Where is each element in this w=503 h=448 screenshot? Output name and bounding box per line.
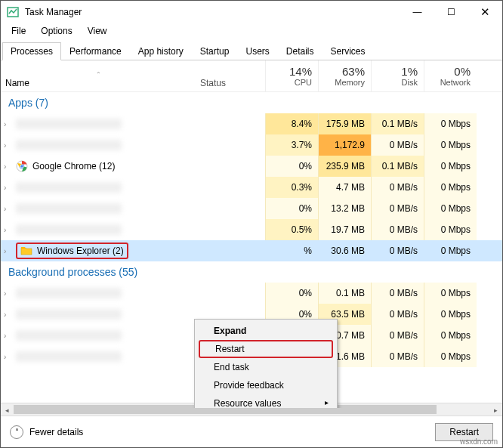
process-name-hidden [16,288,122,298]
disk-usage-pct: 1% [401,65,418,78]
expand-icon[interactable]: › [4,289,11,298]
disk-label: Disk [402,78,418,87]
network-cell: 0 Mbps [424,219,477,240]
memory-usage-pct: 63% [342,65,365,78]
network-cell: 0 Mbps [424,134,477,156]
cpu-cell: 0% [265,156,318,177]
menu-options[interactable]: Options [33,24,79,38]
table-row[interactable]: › 0.3% 4.7 MB 0 MB/s 0 Mbps [1,177,502,198]
tab-performance[interactable]: Performance [61,42,130,60]
col-name[interactable]: ⌃ Name [1,60,196,91]
disk-cell: 0 MB/s [371,304,424,325]
process-table: ⌃ Name Status 14% CPU 63% Memory 1% Disk… [1,60,502,408]
selected-process-highlight: Windows Explorer (2) [16,243,128,259]
network-cell: 0 Mbps [424,177,477,198]
table-row[interactable]: › 0% 0.1 MB 0 MB/s 0 Mbps [1,283,502,304]
cpu-label: CPU [295,78,312,87]
minimize-button[interactable]: — [400,1,434,23]
expand-icon[interactable]: › [4,120,11,128]
cpu-cell: 0% [265,283,318,304]
column-headers: ⌃ Name Status 14% CPU 63% Memory 1% Disk… [1,60,502,92]
tab-services[interactable]: Services [322,42,374,60]
section-apps: Apps (7) [1,92,502,113]
scroll-right-arrow-icon[interactable]: ▸ [489,403,502,416]
process-name-hidden [16,309,122,320]
cpu-cell: 0.5% [265,219,318,240]
menu-file[interactable]: File [4,24,33,38]
cpu-cell: 0.3% [265,177,318,198]
memory-cell: 19.7 MB [318,219,371,240]
table-row[interactable]: › 8.4% 175.9 MB 0.1 MB/s 0 Mbps [1,113,502,134]
process-name-hidden [16,351,122,362]
memory-cell: 1,172.9 MB [318,134,371,156]
name-cell: ›Google Chrome (12) [1,160,196,172]
disk-cell: 0 MB/s [371,198,424,219]
menu-item-provide-feedback[interactable]: Provide feedback [197,376,335,394]
memory-cell: 175.9 MB [318,113,371,134]
expand-icon[interactable]: › [4,162,11,171]
name-cell: › [1,182,196,193]
disk-cell: 0.1 MB/s [371,113,424,134]
name-cell: › [1,203,196,214]
menubar: File Options View [1,23,502,39]
network-cell: 0 Mbps [424,304,477,325]
tab-details[interactable]: Details [278,42,322,60]
menu-item-end-task[interactable]: End task [197,358,335,376]
titlebar: Task Manager — ☐ ✕ [1,1,502,23]
process-name[interactable]: Google Chrome (12) [32,161,115,171]
disk-cell: 0 MB/s [371,325,424,346]
expand-icon[interactable]: › [4,247,11,255]
svg-point-4 [20,165,23,168]
cpu-cell: % [265,240,318,261]
col-network[interactable]: 0% Network [424,60,477,91]
menu-item-restart[interactable]: Restart [199,340,333,358]
tab-processes[interactable]: Processes [2,42,61,60]
expand-icon[interactable]: › [4,184,11,192]
memory-cell: 4.7 MB [318,177,371,198]
table-row[interactable]: › 0.5% 19.7 MB 0 MB/s 0 Mbps [1,219,502,240]
disk-cell: 0 MB/s [371,134,424,156]
expand-icon[interactable]: › [4,226,11,234]
menu-item-expand[interactable]: Expand [197,322,335,340]
svg-rect-5 [21,247,25,249]
watermark: wsxdn.com [460,437,498,446]
col-disk[interactable]: 1% Disk [371,60,424,91]
col-memory[interactable]: 63% Memory [318,60,371,91]
tab-users[interactable]: Users [237,42,277,60]
memory-label: Memory [335,78,365,87]
tab-startup[interactable]: Startup [192,42,238,60]
scroll-left-arrow-icon[interactable]: ◂ [1,403,14,416]
fewer-details-label[interactable]: Fewer details [29,427,83,437]
expand-icon[interactable]: › [4,205,11,213]
tab-strip: Processes Performance App history Startu… [1,42,502,60]
disk-cell: 0 MB/s [371,346,424,367]
table-row[interactable]: ›Google Chrome (12) 0% 235.9 MB 0.1 MB/s… [1,156,502,177]
close-button[interactable]: ✕ [468,1,502,23]
network-cell: 0 Mbps [424,283,477,304]
disk-cell: 0 MB/s [371,219,424,240]
expand-icon[interactable]: › [4,311,11,319]
expand-icon[interactable]: › [4,353,11,361]
maximize-button[interactable]: ☐ [434,1,468,23]
menu-view[interactable]: View [80,24,115,38]
context-menu: ExpandRestartEnd taskProvide feedbackRes… [194,319,338,408]
table-row[interactable]: ›Windows Explorer (2) % 30.6 MB 0 MB/s 0… [1,240,502,261]
task-manager-icon [7,6,19,18]
process-name[interactable]: Windows Explorer (2) [37,246,124,256]
process-name-hidden [16,140,122,150]
col-cpu[interactable]: 14% CPU [265,60,318,91]
expand-icon[interactable]: › [4,141,11,150]
table-row[interactable]: › 0% 13.2 MB 0 MB/s 0 Mbps [1,198,502,219]
disk-cell: 0.1 MB/s [371,156,424,177]
memory-cell: 0.1 MB [318,283,371,304]
tab-app-history[interactable]: App history [130,42,192,60]
table-row[interactable]: › 3.7% 1,172.9 MB 0 MB/s 0 Mbps [1,134,502,156]
network-cell: 0 Mbps [424,346,477,367]
col-name-label: Name [5,78,29,88]
fewer-details-icon[interactable]: ˄ [10,425,23,439]
disk-cell: 0 MB/s [371,177,424,198]
menu-item-resource-values[interactable]: Resource values [197,394,335,408]
expand-icon[interactable]: › [4,332,11,340]
col-status[interactable]: Status [196,60,265,91]
network-cell: 0 Mbps [424,325,477,346]
